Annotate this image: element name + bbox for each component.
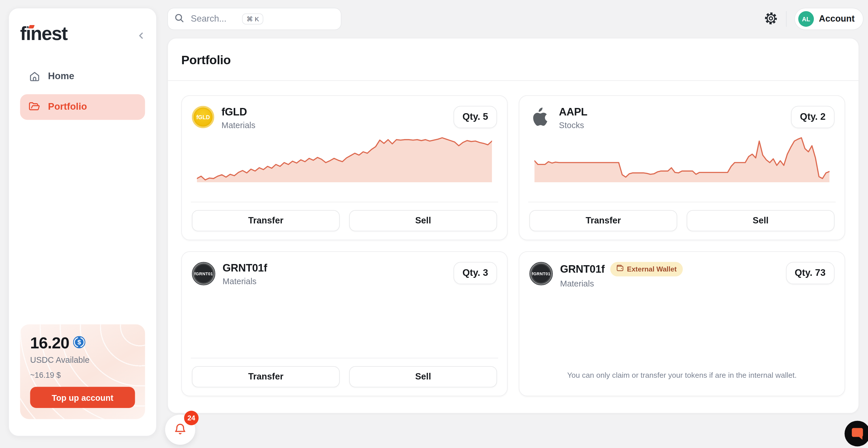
home-icon [29, 70, 41, 82]
fgld-coin-icon: fGLD [192, 106, 214, 128]
asset-symbol: GRNT01f [560, 263, 604, 276]
avatar: AL [798, 11, 814, 27]
qty-badge: Qty. 3 [454, 262, 497, 284]
app-viewport: finest Home [0, 0, 868, 448]
balance-currency-label: USDC Available [30, 355, 135, 365]
card-divider [191, 358, 498, 358]
page-title: Portfolio [168, 39, 859, 80]
card-divider [528, 202, 836, 202]
sell-button[interactable]: Sell [349, 366, 497, 387]
topbar-right: AL Account [764, 8, 863, 30]
coin-icon-text: fGLD [196, 114, 210, 120]
asset-symbol: fGLD [221, 106, 247, 118]
chat-icon [852, 428, 863, 437]
sidebar-item-home[interactable]: Home [20, 64, 145, 89]
app-logo: finest [20, 24, 67, 43]
fgld-price-chart [197, 135, 492, 182]
external-wallet-badge: External Wallet [610, 262, 683, 276]
search-bar[interactable]: ⌘ K [167, 8, 341, 30]
balance-fiat-value: ~16.19 $ [30, 371, 135, 379]
sell-button[interactable]: Sell [349, 210, 497, 232]
external-wallet-note: You can only claim or transfer your toke… [529, 371, 835, 387]
search-shortcut-badge: ⌘ K [242, 13, 264, 25]
folder-open-icon [29, 101, 41, 113]
apple-logo-icon [529, 106, 552, 128]
transfer-button[interactable]: Transfer [192, 366, 340, 387]
sell-button[interactable]: Sell [687, 210, 835, 232]
portfolio-panel: Portfolio fGLD fGLD Materials Qty. 5 [167, 38, 859, 414]
aapl-price-chart [534, 135, 829, 182]
notifications-button[interactable]: 24 [165, 415, 195, 445]
topbar-divider [786, 11, 786, 27]
sidebar-collapse-button[interactable] [136, 29, 146, 45]
asset-card-aapl: AAPL Stocks Qty. 2 Transfer Sell [519, 95, 845, 240]
sidebar: finest Home [8, 8, 157, 437]
sidebar-item-label: Portfolio [48, 101, 87, 112]
svg-text:$: $ [78, 338, 81, 345]
grnt01f-coin-icon: fGRNT01 [192, 262, 215, 285]
wallet-icon [616, 265, 624, 274]
sidebar-item-label: Home [48, 71, 74, 82]
account-label: Account [819, 14, 855, 24]
notification-badge: 24 [184, 411, 198, 425]
usdc-balance: 16.20 [30, 334, 69, 352]
transfer-button[interactable]: Transfer [529, 210, 677, 232]
chat-button[interactable] [845, 421, 868, 446]
sidebar-item-portfolio[interactable]: Portfolio [20, 94, 145, 120]
asset-card-grnt01f: fGRNT01 GRNT01f Materials Qty. 3 Transfe… [181, 251, 507, 396]
asset-card-fgld: fGLD fGLD Materials Qty. 5 Transfer Sell [181, 95, 507, 240]
usdc-icon: $ [73, 336, 86, 350]
search-input[interactable] [190, 13, 237, 25]
asset-category: Materials [222, 276, 446, 286]
asset-card-grid: fGLD fGLD Materials Qty. 5 Transfer Sell [168, 81, 859, 410]
top-up-account-button[interactable]: Top up account [30, 387, 135, 408]
asset-symbol: AAPL [559, 106, 588, 118]
search-icon [175, 13, 184, 25]
external-wallet-badge-label: External Wallet [627, 265, 677, 273]
asset-category: Materials [221, 120, 446, 130]
transfer-button[interactable]: Transfer [192, 210, 340, 232]
asset-symbol: GRNT01f [222, 262, 267, 274]
app-logo-text: finest [20, 23, 67, 44]
qty-badge: Qty. 2 [791, 106, 835, 128]
coin-icon-text: fGRNT01 [532, 271, 551, 276]
asset-category: Materials [560, 279, 778, 288]
coin-icon-text: fGRNT01 [194, 271, 213, 276]
qty-badge: Qty. 5 [454, 106, 497, 128]
grnt01f-coin-icon: fGRNT01 [529, 262, 553, 285]
sidebar-nav: Home Portfolio [20, 64, 145, 120]
gear-icon [764, 11, 778, 27]
balance-card: 16.20 $ USDC Available ~16.19 $ Top up a… [20, 324, 145, 419]
asset-category: Stocks [559, 120, 784, 130]
chevron-left-icon [137, 33, 145, 41]
asset-card-grnt01f-external: fGRNT01 GRNT01f [519, 251, 845, 396]
bell-icon [174, 422, 187, 437]
account-button[interactable]: AL Account [794, 8, 863, 30]
card-divider [191, 202, 498, 202]
settings-button[interactable] [764, 11, 778, 27]
qty-badge: Qty. 73 [786, 262, 835, 284]
